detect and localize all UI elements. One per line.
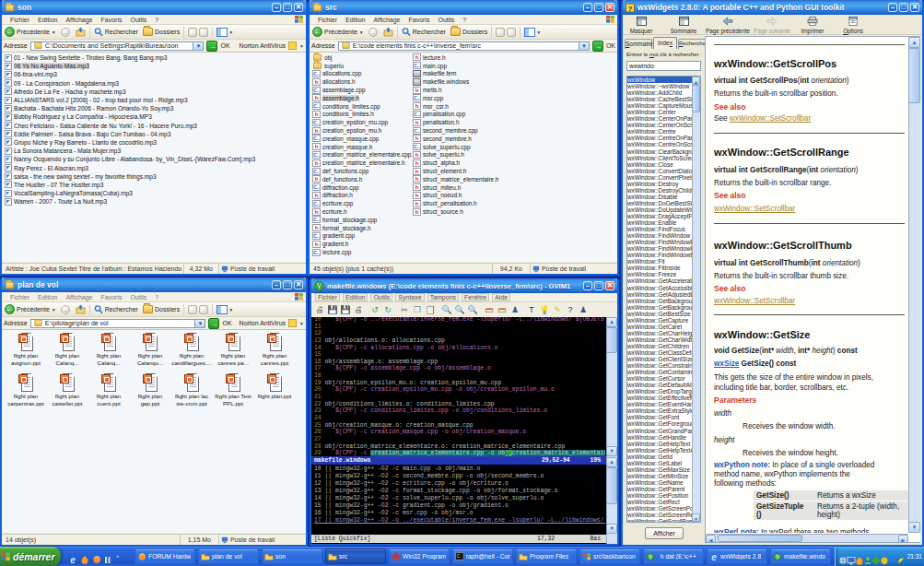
- svg-text:C:: C:: [456, 554, 461, 559]
- svg-text:e: e: [711, 552, 717, 561]
- svg-text:?: ?: [628, 4, 633, 12]
- svg-text:V: V: [317, 282, 322, 290]
- svg-text:e: e: [70, 555, 76, 564]
